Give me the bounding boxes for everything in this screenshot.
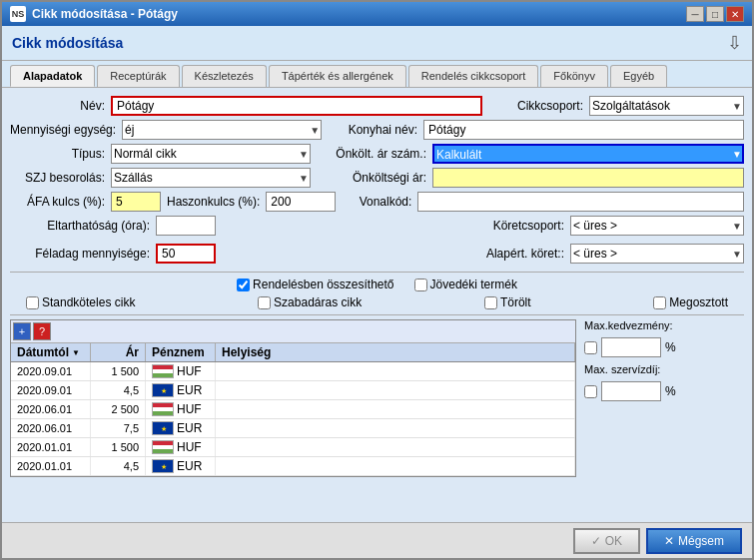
megosztott-checkbox[interactable] <box>653 296 666 309</box>
table-row[interactable]: 2020.09.01 1 500 HUF <box>11 362 575 381</box>
onkoltseg-szam-select[interactable]: Kalkulált <box>432 144 744 164</box>
tab-egyeb[interactable]: Egyéb <box>610 65 667 87</box>
eltarthatosag-input[interactable] <box>156 216 216 236</box>
onkoltseg-szam-label: Önkölt. ár szám.: <box>317 147 426 161</box>
max-kedvezmeny-row: Max.kedvezmény: <box>584 319 744 331</box>
torolt-checkbox[interactable] <box>484 296 497 309</box>
eltarthatosag-row: Eltarthatóság (óra): <box>10 216 454 236</box>
tab-tapertek[interactable]: Tápérték és allergének <box>269 65 406 87</box>
mid-right: Köretcsoport: < üres > ▼ Alapért. köret:… <box>474 216 744 268</box>
feladag-input[interactable] <box>156 244 216 264</box>
feladag-label: Féladag mennyisége: <box>10 247 150 261</box>
col-helyiseg[interactable]: Helyiség <box>216 343 575 361</box>
tab-rendeles[interactable]: Rendelés cikkcsoport <box>408 65 539 87</box>
max-szervizidij-inputs: % <box>584 381 744 401</box>
flag-hu-icon <box>152 402 174 416</box>
col-datumtol[interactable]: Dátumtól ▼ <box>11 343 91 361</box>
szabadaras-check[interactable]: Szabadáras cikk <box>258 295 362 309</box>
footer: ✓ OK ✕ Mégsem <box>2 522 752 558</box>
title-bar-left: NS Cikk módosítása - Pótágy <box>10 6 178 22</box>
cancel-button[interactable]: ✕ Mégsem <box>646 528 742 554</box>
tipus-select[interactable]: Normál cikk <box>111 144 311 164</box>
tab-recepturak[interactable]: Receptúrák <box>97 65 179 87</box>
header-icon: ⇩ <box>727 32 742 54</box>
torolt-label: Törölt <box>500 295 531 309</box>
tab-bar: Alapadatok Receptúrák Készletezés Tápért… <box>2 61 752 88</box>
max-kedvezmeny-input[interactable] <box>601 337 661 357</box>
max-szervizidij-check[interactable] <box>584 385 597 398</box>
td-ar: 4,5 <box>91 457 146 475</box>
ok-icon: ✓ <box>591 534 601 548</box>
flag-eu-icon: ★ <box>152 421 174 435</box>
table-row[interactable]: 2020.09.01 4,5 ★EUR <box>11 381 575 400</box>
minimize-button[interactable]: ─ <box>686 6 704 22</box>
checkbox-row-2: Standköteles cikk Szabadáras cikk Törölt… <box>18 293 736 311</box>
tab-keszletezes[interactable]: Készletezés <box>182 65 267 87</box>
tab-fokonyv[interactable]: Főkönyv <box>540 65 608 87</box>
standkoteles-label: Standköteles cikk <box>42 295 135 309</box>
torolt-check[interactable]: Törölt <box>484 295 531 309</box>
jovedeki-check[interactable]: Jövedéki termék <box>414 278 517 291</box>
szabadaras-checkbox[interactable] <box>258 296 271 309</box>
haszonkulcs-input[interactable] <box>266 192 336 212</box>
max-kedvezmeny-check[interactable] <box>584 341 597 354</box>
table-row[interactable]: 2020.01.01 4,5 ★EUR <box>11 457 575 476</box>
rendelesben-checkbox[interactable] <box>237 279 250 291</box>
mennyiseg-select[interactable]: éj <box>122 120 322 140</box>
table-delete-button[interactable]: ? <box>33 322 51 340</box>
td-helyiseg <box>216 400 575 418</box>
cikkcsoport-select[interactable]: Szolgáltatások <box>589 96 744 116</box>
col-penznem[interactable]: Pénznem <box>146 343 216 361</box>
jovedeki-checkbox[interactable] <box>414 279 427 291</box>
td-helyiseg <box>216 419 575 437</box>
table-row[interactable]: 2020.06.01 2 500 HUF <box>11 400 575 419</box>
td-helyiseg <box>216 438 575 456</box>
nev-row: Név: Cikkcsoport: Szolgáltatások ▼ <box>10 96 744 116</box>
max-szervizidij-input[interactable] <box>601 381 661 401</box>
td-penznem: ★EUR <box>146 419 216 437</box>
app-icon: NS <box>10 6 26 22</box>
nev-input[interactable] <box>111 96 482 116</box>
penznem-text: HUF <box>177 440 202 454</box>
td-helyiseg <box>216 362 575 380</box>
td-datumtol: 2020.09.01 <box>11 381 91 399</box>
ok-button[interactable]: ✓ OK <box>573 528 640 554</box>
vonalkod-input[interactable] <box>417 192 744 212</box>
page-title: Cikk módosítása <box>12 35 123 51</box>
afa-input[interactable] <box>111 192 161 212</box>
eltarthatosag-label: Eltarthatóság (óra): <box>10 219 150 233</box>
rendelesben-label: Rendelésben összesíthető <box>253 278 393 291</box>
ok-label: OK <box>605 534 622 548</box>
col-ar[interactable]: Ár <box>91 343 146 361</box>
haszonkulcs-label: Haszonkulcs (%): <box>167 195 260 209</box>
middle-section: Eltarthatóság (óra): Féladag mennyisége:… <box>10 216 744 268</box>
table-row[interactable]: 2020.06.01 7,5 ★EUR <box>11 419 575 438</box>
standkoteles-checkbox[interactable] <box>26 296 39 309</box>
td-datumtol: 2020.01.01 <box>11 457 91 475</box>
flag-eu-icon: ★ <box>152 459 174 473</box>
window-title: Cikk módosítása - Pótágy <box>32 7 178 21</box>
td-ar: 2 500 <box>91 400 146 418</box>
penznem-text: EUR <box>177 421 202 435</box>
standkoteles-check[interactable]: Standköteles cikk <box>26 295 135 309</box>
penznem-text: EUR <box>177 383 202 397</box>
tab-alapadatok[interactable]: Alapadatok <box>10 65 95 87</box>
td-ar: 4,5 <box>91 381 146 399</box>
table-row[interactable]: 2020.01.01 1 500 HUF <box>11 438 575 457</box>
table-add-button[interactable]: + <box>13 322 31 340</box>
alapert-koret-select[interactable]: < üres > <box>570 244 744 264</box>
col-datumtol-label: Dátumtól <box>17 345 69 359</box>
table-body: 2020.09.01 1 500 HUF 2020.09.01 4,5 ★EUR… <box>11 362 575 476</box>
koretcsoport-select[interactable]: < üres > <box>570 216 744 236</box>
maximize-button[interactable]: □ <box>706 6 724 22</box>
onkoltsegi-ar-input[interactable] <box>432 168 744 188</box>
close-button[interactable]: ✕ <box>726 6 744 22</box>
max-kedvezmeny-label: Max.kedvezmény: <box>584 319 673 331</box>
szj-select[interactable]: Szállás <box>111 168 311 188</box>
rendelesben-check[interactable]: Rendelésben összesíthető <box>237 278 393 291</box>
max-kedvezmeny-inputs: % <box>584 337 744 357</box>
megosztott-label: Megosztott <box>669 295 728 309</box>
konyhainev-input[interactable] <box>423 120 744 140</box>
konyhainev-label: Konyhai név: <box>328 123 417 137</box>
megosztott-check[interactable]: Megosztott <box>653 295 728 309</box>
